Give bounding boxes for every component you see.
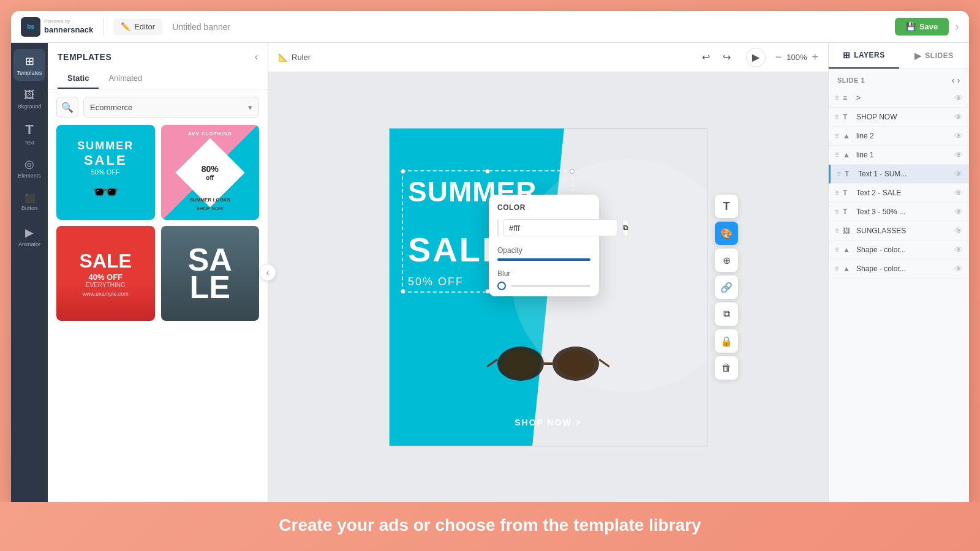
lock-tool[interactable]: 🔒 — [715, 329, 738, 353]
sidebar-item-button[interactable]: ⬛ Button — [13, 186, 45, 218]
delete-tool[interactable]: 🗑 — [715, 356, 738, 380]
panel-collapse-button[interactable]: ‹ — [255, 51, 258, 62]
redo-button[interactable]: ↪ — [718, 48, 736, 67]
svg-line-4 — [599, 359, 609, 367]
visibility-icon[interactable]: 👁 — [954, 226, 963, 236]
layer-name: Text 3 - 50% ... — [856, 208, 951, 216]
text-tool[interactable]: T — [715, 195, 738, 218]
tmpl3-sale: SALE — [80, 250, 132, 272]
play-button[interactable]: ▶ — [746, 48, 766, 67]
visibility-icon[interactable]: 👁 — [954, 169, 963, 179]
slides-label: SLIDES — [925, 51, 953, 60]
canvas-viewport[interactable]: SUMMER SALE 50% OFF — [268, 72, 828, 502]
opacity-slider[interactable] — [497, 258, 590, 261]
zoom-level: 100% — [786, 53, 807, 62]
link-tool[interactable]: 🔗 — [715, 276, 738, 299]
tmpl1-text1: SUMMER — [77, 140, 134, 152]
visibility-icon[interactable]: 👁 — [954, 245, 963, 255]
layer-name: SHOP NOW — [856, 113, 951, 121]
templates-icon: ⊞ — [25, 54, 34, 68]
tagline-text: Create your ads or choose from the templ… — [279, 515, 701, 534]
layer-item-group[interactable]: ⠿ ≡ > 👁 — [829, 89, 969, 108]
layer-item-shop-now[interactable]: ⠿ T SHOP NOW 👁 — [829, 108, 969, 127]
sidebar-item-text[interactable]: T Text — [13, 118, 45, 149]
color-copy-button[interactable]: ⧉ — [622, 219, 629, 236]
layer-item-shape2[interactable]: ⠿ ▲ Shape - color... 👁 — [829, 260, 969, 279]
panel-title: TEMPLATES — [58, 52, 111, 62]
layer-item-shape1[interactable]: ⠿ ▲ Shape - color... 👁 — [829, 241, 969, 260]
tab-slides[interactable]: ▶ SLIDES — [899, 43, 970, 69]
sidebar-item-animator[interactable]: ▶ Animator — [13, 220, 45, 252]
canvas-toolbar: 📐 Ruler ↩ ↪ ▶ − 100% + — [268, 43, 828, 72]
canvas-area: 📐 Ruler ↩ ↪ ▶ − 100% + — [268, 43, 828, 502]
templates-tabs: Static Animated — [48, 69, 268, 89]
templates-grid: SUMMER SALE 50% OFF 🕶️ AVY CLOTHING 80% … — [48, 125, 268, 329]
ruler-button[interactable]: 📐 Ruler — [278, 53, 311, 62]
zoom-in-button[interactable]: + — [812, 51, 818, 64]
template-card-2[interactable]: AVY CLOTHING 80% off SUMMER LOOKS SHOP N… — [161, 125, 260, 220]
undo-button[interactable]: ↩ — [697, 48, 715, 67]
tmpl1-text3: 50% OFF — [91, 168, 120, 176]
visibility-icon[interactable]: 👁 — [954, 112, 963, 122]
slide-next-button[interactable]: › — [957, 75, 960, 85]
text-type-icon: T — [843, 113, 853, 121]
shape-type-icon: ▲ — [843, 151, 853, 159]
color-swatch[interactable] — [497, 219, 499, 236]
template-card-4[interactable]: SA LE — [161, 226, 260, 321]
layer-item-text2[interactable]: ⠿ T Text 2 - SALE 👁 — [829, 184, 969, 203]
layer-item-sunglasses[interactable]: ⠿ 🖼 SUNGLASSES 👁 — [829, 222, 969, 241]
layer-item-line1[interactable]: ⠿ ▲ line 1 👁 — [829, 146, 969, 165]
ruler-icon: 📐 — [278, 53, 288, 62]
search-icon: 🔍 — [61, 102, 74, 113]
layer-item-text3[interactable]: ⠿ T Text 3 - 50% ... 👁 — [829, 203, 969, 222]
sidebar-item-templates[interactable]: ⊞ Templates — [13, 49, 45, 81]
tmpl1-sunglasses: 🕶️ — [92, 179, 119, 205]
logo-powered: Powered by — [44, 18, 93, 24]
visibility-icon[interactable]: 👁 — [954, 150, 963, 160]
category-select[interactable]: Ecommerce ▾ — [83, 97, 259, 118]
color-hex-input[interactable] — [503, 219, 617, 236]
sidebar-item-elements[interactable]: ◎ Elements — [13, 152, 45, 184]
visibility-icon[interactable]: 👁 — [954, 207, 963, 217]
save-label: Save — [919, 22, 938, 31]
drag-handle: ⠿ — [835, 266, 839, 272]
visibility-icon[interactable]: 👁 — [954, 188, 963, 198]
visibility-icon[interactable]: 👁 — [954, 93, 963, 103]
sidebar-item-background[interactable]: 🖼 Bkground — [13, 83, 45, 115]
copy-tool[interactable]: ⧉ — [715, 302, 738, 326]
layer-item-text1[interactable]: ⠿ T Text 1 - SUM... 👁 — [829, 165, 969, 184]
zoom-out-button[interactable]: − — [775, 51, 782, 64]
text-icon: T — [25, 122, 33, 138]
blur-handle[interactable] — [497, 282, 506, 290]
panel-toggle-button[interactable]: ‹ — [259, 264, 276, 281]
save-button[interactable]: 💾 Save — [895, 18, 949, 36]
color-tool[interactable]: 🎨 — [715, 222, 738, 245]
drag-handle: ⠿ — [835, 133, 839, 140]
tab-animated[interactable]: Animated — [99, 69, 152, 89]
shape-type-icon: ▲ — [843, 246, 853, 254]
blur-track — [511, 285, 590, 287]
tab-layers[interactable]: ⊞ LAYERS — [829, 43, 899, 69]
template-card-1[interactable]: SUMMER SALE 50% OFF 🕶️ — [56, 125, 155, 220]
app-window: bs Powered by bannersnack ✏️ Editor Unti… — [11, 11, 969, 502]
text-type-icon: T — [845, 170, 854, 178]
drag-handle: ⠿ — [837, 171, 841, 178]
sunglasses-image — [487, 336, 609, 397]
tmpl2-text: 80% off — [202, 163, 219, 181]
sidebar-label-button: Button — [21, 205, 37, 211]
layer-name: Text 2 - SALE — [856, 189, 951, 197]
sidebar-label-animator: Animator — [18, 241, 40, 247]
tab-static[interactable]: Static — [58, 69, 99, 89]
visibility-icon[interactable]: 👁 — [954, 131, 963, 141]
drag-handle: ⠿ — [835, 228, 839, 234]
expand-icon[interactable]: › — [955, 20, 959, 34]
slide-prev-button[interactable]: ‹ — [952, 75, 955, 85]
undo-redo: ↩ ↪ — [697, 48, 736, 67]
search-button[interactable]: 🔍 — [56, 97, 78, 118]
layers-tool[interactable]: ⊕ — [715, 249, 738, 272]
template-card-3[interactable]: SALE 40% OFF EVERYTHING www.example.com — [56, 226, 155, 321]
visibility-icon[interactable]: 👁 — [954, 264, 963, 274]
drag-handle: ⠿ — [835, 152, 839, 159]
editor-tab[interactable]: ✏️ Editor — [113, 18, 162, 35]
layer-item-line2[interactable]: ⠿ ▲ line 2 👁 — [829, 127, 969, 146]
